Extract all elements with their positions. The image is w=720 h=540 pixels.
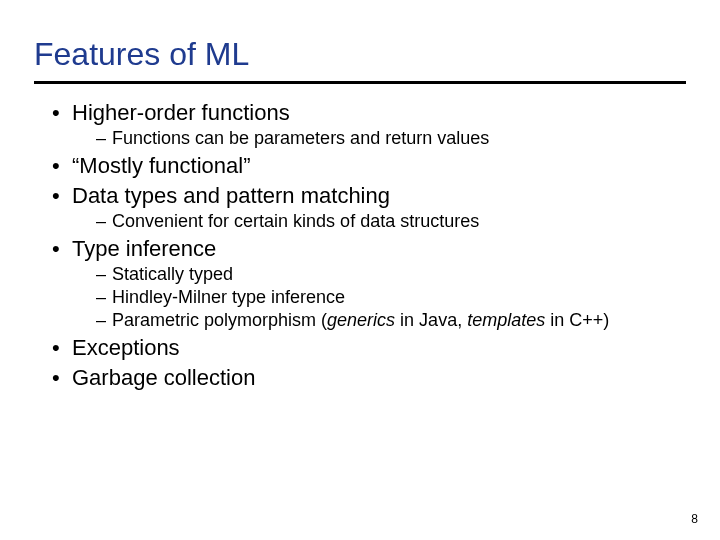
bullet-type-inference: Type inference Statically typed Hindley-… (52, 236, 686, 331)
bullet-text: Garbage collection (72, 365, 255, 390)
italic-generics: generics (327, 310, 395, 330)
sub-bullet: Functions can be parameters and return v… (96, 128, 686, 149)
sub-list: Functions can be parameters and return v… (72, 128, 686, 149)
sub-bullet: Hindley-Milner type inference (96, 287, 686, 308)
sub-bullet-polymorphism: Parametric polymorphism (generics in Jav… (96, 310, 686, 331)
bullet-exceptions: Exceptions (52, 335, 686, 361)
bullet-list: Higher-order functions Functions can be … (34, 100, 686, 391)
sub-bullet: Convenient for certain kinds of data str… (96, 211, 686, 232)
page-number: 8 (691, 512, 698, 526)
slide-title: Features of ML (34, 36, 686, 84)
bullet-garbage-collection: Garbage collection (52, 365, 686, 391)
sub-bullet: Statically typed (96, 264, 686, 285)
slide: Features of ML Higher-order functions Fu… (0, 0, 720, 540)
bullet-data-types: Data types and pattern matching Convenie… (52, 183, 686, 232)
text-part: in Java, (395, 310, 467, 330)
sub-list: Statically typed Hindley-Milner type inf… (72, 264, 686, 331)
bullet-text: Type inference (72, 236, 216, 261)
bullet-text: Higher-order functions (72, 100, 290, 125)
text-part: Parametric polymorphism ( (112, 310, 327, 330)
bullet-mostly-functional: “Mostly functional” (52, 153, 686, 179)
italic-templates: templates (467, 310, 545, 330)
text-part: in C++) (545, 310, 609, 330)
bullet-text: Data types and pattern matching (72, 183, 390, 208)
bullet-text: Exceptions (72, 335, 180, 360)
sub-list: Convenient for certain kinds of data str… (72, 211, 686, 232)
bullet-higher-order: Higher-order functions Functions can be … (52, 100, 686, 149)
bullet-text: “Mostly functional” (72, 153, 251, 178)
